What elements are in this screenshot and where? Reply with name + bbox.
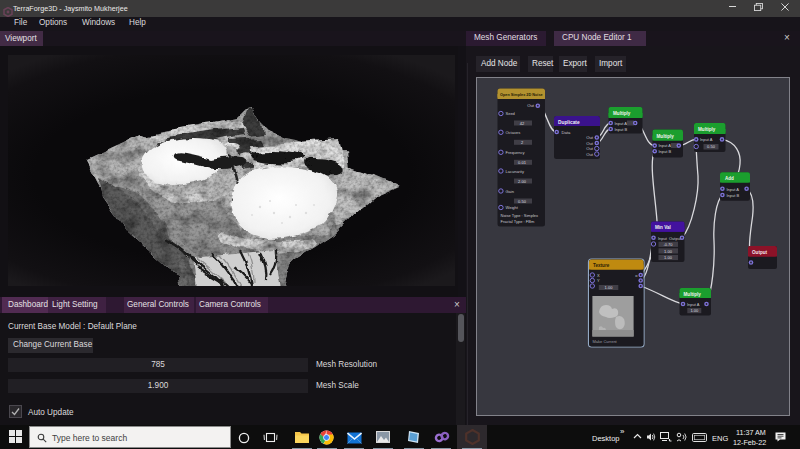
svg-text:1.00: 1.00 (664, 249, 673, 254)
svg-text:2.00: 2.00 (518, 179, 527, 184)
svg-text:Out: Out (586, 152, 594, 157)
svg-text:0.50: 0.50 (518, 199, 527, 204)
svg-text:Min Val: Min Val (655, 225, 671, 230)
svg-text:1.00: 1.00 (605, 285, 614, 290)
svg-text:Data: Data (562, 130, 572, 135)
svg-text:Input A: Input A (687, 302, 700, 307)
svg-text:Input A: Input A (727, 187, 740, 192)
svg-text:Multiply: Multiply (657, 134, 675, 139)
svg-text:Y: Y (597, 278, 600, 283)
svg-text:Input B: Input B (615, 127, 628, 132)
svg-text:Lacunarity: Lacunarity (506, 169, 524, 174)
svg-text:Multiply: Multiply (684, 292, 702, 297)
svg-text:Frequency: Frequency (506, 150, 525, 155)
svg-text:Multiply: Multiply (698, 127, 716, 132)
svg-text:Input A: Input A (615, 121, 628, 126)
svg-text:1.00: 1.00 (664, 255, 673, 260)
svg-text:Weight: Weight (506, 205, 519, 210)
svg-text:Input B: Input B (727, 193, 740, 198)
svg-text:0.50: 0.50 (707, 144, 716, 149)
svg-text:Input: Input (658, 236, 668, 241)
svg-text:Input A: Input A (700, 137, 713, 142)
svg-text:Duplicate: Duplicate (558, 120, 580, 125)
svg-text:Input B: Input B (659, 149, 672, 154)
svg-text:0.01: 0.01 (518, 160, 527, 165)
svg-text:Gain: Gain (506, 189, 514, 194)
svg-text:Out: Out (586, 141, 594, 146)
svg-text:Out: Out (586, 135, 594, 140)
svg-text:Out: Out (586, 146, 594, 151)
svg-text:Output: Output (752, 250, 768, 255)
svg-text:Fractal Type : FBm: Fractal Type : FBm (501, 219, 535, 224)
svg-text:Texture: Texture (593, 263, 610, 268)
svg-text:Open Simplex 2D Noise: Open Simplex 2D Noise (500, 93, 543, 97)
svg-text:Add: Add (725, 176, 734, 181)
svg-text:Octaves: Octaves (506, 130, 521, 135)
svg-text:Make Current: Make Current (593, 339, 618, 344)
svg-text:X: X (597, 273, 600, 278)
svg-text:Out: Out (527, 103, 535, 108)
svg-text:Input A: Input A (659, 143, 672, 148)
svg-text:Multiply: Multiply (613, 111, 631, 116)
svg-text:-0.70: -0.70 (663, 242, 673, 247)
svg-text:Noise Type : Simplex: Noise Type : Simplex (501, 213, 539, 218)
svg-text:1.00: 1.00 (690, 308, 699, 313)
svg-text:Seed: Seed (506, 111, 515, 116)
svg-text:42: 42 (520, 121, 525, 126)
